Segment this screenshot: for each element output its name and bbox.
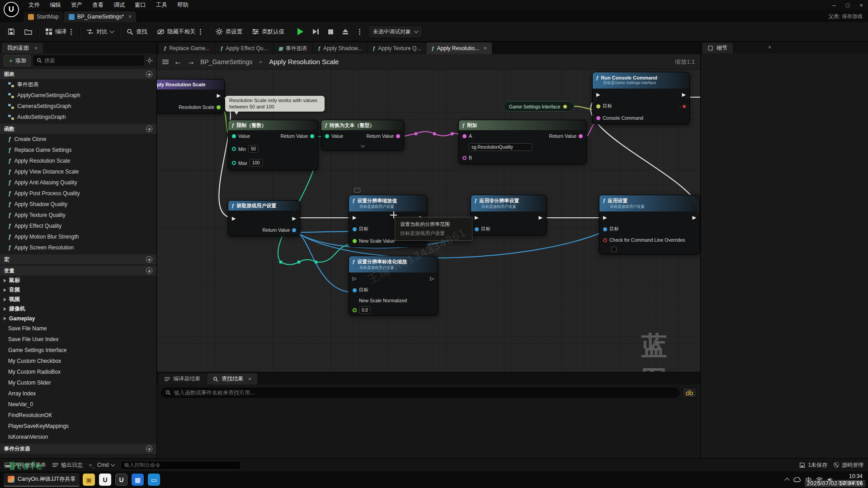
add-graph-button[interactable]: ＋ xyxy=(146,71,152,77)
variable-row[interactable]: My Custom Checkbox xyxy=(0,356,156,366)
function-list-item[interactable]: ƒCreate Clone xyxy=(0,134,156,145)
graph-list-item[interactable]: AudioSettingsGraph xyxy=(0,112,156,122)
graph-doc-tab[interactable]: ƒReplace Game... xyxy=(159,42,215,54)
blueprint-searchbox[interactable] xyxy=(33,56,144,66)
menu-item[interactable]: 帮助 xyxy=(172,0,193,10)
play-options-button[interactable] xyxy=(354,29,365,35)
checkbox[interactable] xyxy=(611,247,617,252)
variable-row[interactable]: Game Settings Interface xyxy=(0,345,156,356)
float-pin[interactable] xyxy=(217,105,221,109)
object-pin[interactable] xyxy=(292,228,296,232)
menu-item[interactable]: 窗口 xyxy=(130,0,151,10)
tab-compiler-results[interactable]: 编译器结果 xyxy=(159,373,206,385)
forward-arrow-icon[interactable]: → xyxy=(187,57,195,66)
function-list-item[interactable]: ƒApply Shadow Quality xyxy=(0,199,156,210)
stop-button[interactable] xyxy=(325,27,336,37)
close-button[interactable]: × xyxy=(854,0,868,10)
string-pin[interactable] xyxy=(462,134,467,138)
bool-pin[interactable] xyxy=(603,238,607,242)
breadcrumb-root[interactable]: BP_GameSettings xyxy=(200,58,252,66)
target-pin[interactable] xyxy=(596,104,600,108)
gear-icon[interactable] xyxy=(146,57,153,64)
int-pin[interactable] xyxy=(232,147,236,151)
exec-out-pin[interactable]: ▶ xyxy=(292,216,296,221)
save-button[interactable] xyxy=(5,26,18,38)
add-dispatcher-button[interactable]: ＋ xyxy=(146,446,152,452)
variable-row[interactable]: Save File User Index xyxy=(0,334,156,345)
tray-expand-icon[interactable] xyxy=(784,478,789,483)
unsaved-indicator[interactable]: 1未保存 xyxy=(799,461,827,469)
tab-find-results[interactable]: 查找结果 × xyxy=(207,373,257,385)
function-list-item[interactable]: ƒReplace Game Settings xyxy=(0,145,156,155)
class-settings-button[interactable]: 类设置 xyxy=(212,26,246,38)
menu-item[interactable]: 查看 xyxy=(87,0,108,10)
taskbar-store-icon[interactable]: ▦ xyxy=(132,474,144,486)
target-pin[interactable] xyxy=(353,288,357,292)
float-pin[interactable] xyxy=(353,239,357,243)
node-run-console-command[interactable]: ƒRun Console Command 目标是Game Settings In… xyxy=(592,72,690,124)
function-list-item[interactable]: ƒApply Texture Quality xyxy=(0,210,156,221)
compile-button[interactable]: 编译 xyxy=(42,26,76,38)
node-get-game-settings-interface[interactable]: Game Settings Interface xyxy=(504,101,574,112)
kebab-icon[interactable] xyxy=(200,31,201,33)
chevron-down-icon[interactable] xyxy=(360,143,365,148)
add-button[interactable]: ＋ 添加 xyxy=(4,55,31,66)
debug-object-dropdown[interactable]: 未选中调试对象 xyxy=(368,25,423,38)
class-defaults-button[interactable]: 类默认值 xyxy=(249,26,288,38)
menu-item[interactable]: 文件 xyxy=(24,0,45,10)
graph-menu-icon[interactable] xyxy=(162,59,169,65)
variable-row[interactable]: FindResolutionOK xyxy=(0,410,156,421)
comment-bubble-icon[interactable] xyxy=(354,188,360,192)
variable-row[interactable]: IsKoreanVersion xyxy=(0,432,156,442)
menu-item[interactable]: 调试 xyxy=(108,0,130,10)
exec-in-pin[interactable]: ▷ xyxy=(353,276,356,281)
console-command-input[interactable] xyxy=(121,461,241,469)
close-icon[interactable]: × xyxy=(484,45,487,52)
target-pin[interactable] xyxy=(603,227,607,231)
tab-bp-gamesettings[interactable]: BP_GameSettings* × xyxy=(64,11,136,22)
exec-out-pin[interactable]: ▷ xyxy=(430,276,434,281)
frame-skip-button[interactable] xyxy=(310,27,322,37)
node-append[interactable]: ƒ附加 A Return Value sg.ResolutionQuality … xyxy=(458,120,587,164)
graph-doc-tab[interactable]: ▦事件图表 xyxy=(273,42,312,54)
graph-list-item[interactable]: CameraSettingsGraph xyxy=(0,101,156,112)
exec-in-pin[interactable]: ▶ xyxy=(475,215,478,220)
function-list-item[interactable]: ƒApply View Distance Scale xyxy=(0,166,156,177)
node-comment-bubble[interactable]: Resolution Scale only works with values … xyxy=(225,96,325,112)
string-pin[interactable] xyxy=(462,156,467,160)
global-find-button[interactable] xyxy=(683,388,696,398)
minimize-button[interactable]: – xyxy=(827,0,841,10)
taskbar-ue-icon-1[interactable]: U xyxy=(99,474,111,486)
node-clamp-int[interactable]: ƒ限制（整数） Value Return Value Min50 Max100 xyxy=(228,120,318,170)
exec-in-pin[interactable]: ▶ xyxy=(596,92,600,97)
string-pin[interactable] xyxy=(596,116,600,120)
cloud-icon[interactable] xyxy=(793,477,801,482)
output-log-button[interactable]: 输出日志 xyxy=(52,461,83,469)
taskbar-window-button[interactable]: CarryOn.神级JJT存共享 xyxy=(4,473,80,487)
function-list-item[interactable]: ƒApply Resolution Scale xyxy=(0,155,156,166)
exec-out-pin[interactable]: ▶ xyxy=(693,215,696,220)
graph-list-item[interactable]: 事件图表 xyxy=(0,79,156,90)
close-icon[interactable]: × xyxy=(768,44,771,51)
taskbar-ue-icon-2[interactable]: U xyxy=(115,474,127,486)
variable-row[interactable]: My Custom Slider xyxy=(0,377,156,388)
hide-unrelated-button[interactable]: 隐藏不相关 xyxy=(154,26,206,38)
exec-out-pin[interactable]: ▶ xyxy=(682,92,686,97)
node-to-text[interactable]: ƒ转换为文本（整型） Value Return Value xyxy=(321,120,404,150)
section-macros[interactable]: 宏 ＋ xyxy=(0,254,156,264)
taskbar-chat-icon[interactable]: ▭ xyxy=(148,474,160,486)
interface-pin[interactable] xyxy=(563,105,567,108)
find-references-input[interactable] xyxy=(174,389,675,396)
cmd-dropdown[interactable]: >_ Cmd xyxy=(89,462,114,468)
node-apply-non-resolution-settings[interactable]: ƒ应用非分辨率设置 目标是游戏用户设置 ▶▶ 目标 xyxy=(471,195,547,235)
function-list-item[interactable]: ƒApply Effect Quality xyxy=(0,221,156,231)
add-macro-button[interactable]: ＋ xyxy=(146,256,152,263)
function-list-item[interactable]: ƒApply Anti Aliasing Quality xyxy=(0,177,156,188)
variable-category[interactable]: 摄像机 xyxy=(0,304,156,314)
append-a-field[interactable]: sg.ResolutionQuality xyxy=(469,143,532,151)
int-pin[interactable] xyxy=(325,134,329,138)
variable-category[interactable]: 鼠标 xyxy=(0,276,156,285)
function-list-item[interactable]: ƒApply Screen Resolution xyxy=(0,242,156,253)
close-icon[interactable]: × xyxy=(34,45,38,52)
max-value-field[interactable]: 100 xyxy=(250,159,263,167)
